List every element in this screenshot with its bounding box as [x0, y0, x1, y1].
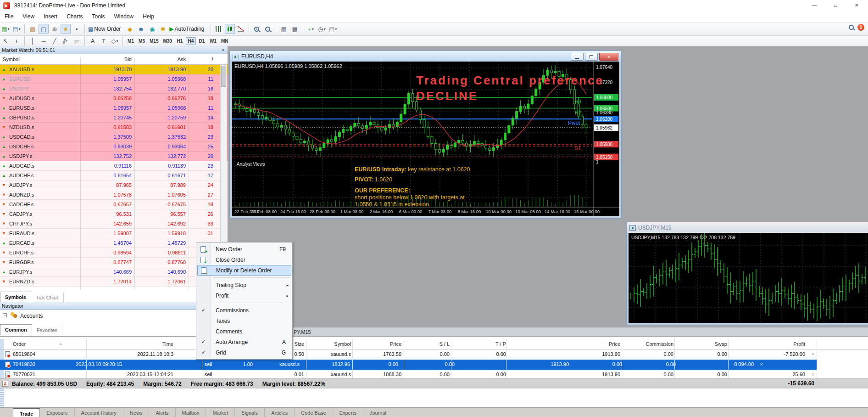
close-order-icon[interactable]: × — [812, 372, 814, 377]
vertical-line-icon[interactable]: │ — [28, 36, 38, 46]
bottom-tab-code-base[interactable]: Code Base — [295, 408, 333, 417]
col-s/l[interactable]: S / L — [439, 341, 450, 347]
market-watch-row-CHFJPY.s[interactable]: ▼CHFJPY.s142.659142.69233 — [0, 219, 228, 229]
notification-badge[interactable]: 1 — [857, 24, 864, 31]
zoom-out-button[interactable]: − — [263, 24, 273, 34]
equidistant-channel-icon[interactable]: ∥E — [61, 36, 71, 46]
menu-charts[interactable]: Charts — [62, 12, 87, 21]
market-watch-row-USDCAD.s[interactable]: ▲USDCAD.s1.375091.3753223 — [0, 132, 228, 142]
col-time[interactable]: Time — [162, 341, 173, 347]
indicators-icon[interactable]: +▾ — [306, 24, 316, 34]
market-watch-row-USDJPY.s[interactable]: ▲USDJPY.s132.752132.77220 — [0, 152, 228, 161]
usdjpy-chart-area[interactable]: USDJPY,M15 132.783 132.799 132.708 132.7… — [629, 233, 868, 323]
timeframe-M15[interactable]: M15 — [148, 37, 160, 45]
autotrading-button[interactable]: ▶AutoTrading — [169, 24, 207, 34]
usdjpy-chart-canvas[interactable] — [629, 233, 868, 323]
market-watch-row-AUDCHF.s[interactable]: ▲AUDCHF.s0.616540.6167117 — [0, 171, 228, 180]
eurusd-window-titlebar[interactable]: EURUSD,H4 — [230, 51, 621, 62]
tab-common[interactable]: Common — [0, 324, 32, 335]
close-order-icon[interactable]: × — [760, 361, 763, 367]
timeframe-MN[interactable]: MN — [219, 37, 230, 45]
bottom-tab-news[interactable]: News — [123, 408, 150, 417]
menu-view[interactable]: View — [18, 12, 39, 21]
col-swap[interactable]: Swap — [714, 341, 727, 347]
child-minimize-button[interactable] — [571, 53, 584, 61]
minimize-button[interactable]: — — [804, 0, 825, 10]
bottom-tab-articles[interactable]: Articles — [265, 408, 295, 417]
navigator-item-accounts[interactable]: Accounts — [20, 313, 43, 319]
scrollbar-thumb[interactable] — [221, 66, 226, 87]
bottom-tab-exposure[interactable]: Exposure — [40, 408, 74, 417]
menu-insert[interactable]: Insert — [39, 12, 62, 21]
menu-file[interactable]: File — [0, 12, 18, 21]
menu-window[interactable]: Window — [110, 12, 139, 21]
candlestick-chart-icon[interactable] — [225, 24, 235, 34]
tab-favorites[interactable]: Favorites — [32, 325, 62, 335]
text-label-icon[interactable]: T — [99, 36, 109, 46]
search-icon[interactable] — [849, 25, 854, 30]
timeframe-M5[interactable]: M5 — [137, 37, 147, 45]
col-size[interactable]: Size — [295, 341, 304, 347]
options-icon[interactable]: ✱ — [158, 24, 168, 34]
menu-item-commissions[interactable]: ✓Commissions — [197, 305, 291, 316]
bottom-tab-journal[interactable]: Journal — [363, 408, 393, 417]
order-row-65019804[interactable]: 650198042022.11.18 10:30.50xauusd.s1763.… — [0, 349, 868, 360]
market-watch-row-EURCAD.s[interactable]: ▲EURCAD.s1.457041.45729 — [0, 238, 228, 248]
menu-help[interactable]: Help — [138, 12, 159, 21]
col-symbol[interactable]: Symbol — [3, 56, 20, 62]
menu-item-profit[interactable]: Profit▸ — [197, 290, 291, 301]
templates-icon[interactable]: ▤▾ — [328, 24, 338, 34]
market-watch-row-CADJPY.s[interactable]: ▼CADJPY.s96.53196.55726 — [0, 209, 228, 219]
zoom-in-button[interactable]: + — [252, 24, 262, 34]
col-commission[interactable]: Commission — [645, 341, 673, 347]
bottom-tab-market[interactable]: Market — [206, 408, 235, 417]
bottom-tab-experts[interactable]: Experts — [333, 408, 363, 417]
menu-item-taxes[interactable]: Taxes — [197, 316, 291, 326]
text-icon[interactable]: A — [88, 36, 98, 46]
profiles-icon[interactable]: ▤▾ — [11, 24, 22, 34]
col-price[interactable]: Price — [390, 341, 401, 347]
timeframe-W1[interactable]: W1 — [208, 37, 218, 45]
col-ask[interactable]: Ask — [178, 56, 186, 62]
col-t/p[interactable]: T / P — [495, 341, 506, 347]
market-watch-row-EURNZD.s[interactable]: ▼EURNZD.s1.720141.72061 — [0, 277, 228, 287]
timeframe-H4[interactable]: H4 — [186, 37, 196, 45]
market-watch-row-AUDCAD.s[interactable]: ▲AUDCAD.s0.911160.9113923 — [0, 161, 228, 171]
line-chart-icon[interactable] — [236, 24, 246, 34]
new-chart-icon[interactable]: ▦▾ — [0, 24, 11, 34]
child-restore-button[interactable] — [585, 53, 598, 61]
bottom-tab-trade[interactable]: Trade — [13, 408, 40, 417]
market-watch-row-EURUSD.s[interactable]: ▲EURUSD.s1.059571.0596811 — [0, 103, 228, 113]
market-watch-row-EURCHF.s[interactable]: ▼EURCHF.s0.985940.98611 — [0, 248, 228, 258]
market-watch-row-EURGBP.s[interactable]: ▼EURGBP.s0.877470.87760 — [0, 258, 228, 267]
menu-item-auto-arrange[interactable]: ✓Auto ArrangeA — [197, 337, 291, 347]
timeframe-D1[interactable]: D1 — [197, 37, 207, 45]
close-button[interactable]: × — [846, 0, 867, 10]
bottom-tab-alerts[interactable]: Alerts — [149, 408, 175, 417]
col-bid[interactable]: Bid — [124, 56, 132, 62]
navigator-icon[interactable]: ⊕ — [50, 24, 60, 34]
shapes-icon[interactable]: ◇▾ — [110, 36, 120, 46]
market-watch-row-EURAUD.s[interactable]: ▼EURAUD.s1.598871.5991831 — [0, 229, 228, 238]
bottom-tab-account-history[interactable]: Account History — [75, 408, 123, 417]
child-close-button[interactable]: × — [599, 53, 618, 61]
timeframe-M1[interactable]: M1 — [126, 37, 136, 45]
cascade-windows-icon[interactable]: ▩ — [290, 24, 300, 34]
new-order-button[interactable]: ▤New Order — [88, 24, 124, 34]
market-watch-row-XAUUSD.s[interactable]: ▲XAUUSD.s1913.701913.9020 — [0, 65, 228, 74]
tree-expander-icon[interactable]: − — [3, 313, 7, 317]
market-watch-row-EURUSD[interactable]: ▲EURUSD1.059571.0596811 — [0, 74, 228, 84]
signals-icon[interactable]: ◉ — [147, 24, 157, 34]
menu-tools[interactable]: Tools — [88, 12, 110, 21]
usdjpy-window-titlebar[interactable]: USDJPY,M15 — [627, 222, 868, 233]
menu-item-close-order[interactable]: Close Order — [197, 254, 291, 265]
expert-advisors-icon[interactable]: ◆ — [125, 24, 135, 34]
market-watch-row-EURJPY.s[interactable]: ▲EURJPY.s140.669140.690 — [0, 267, 228, 277]
market-watch-close-icon[interactable]: × — [220, 47, 226, 53]
menu-item-comments[interactable]: Comments — [197, 326, 291, 337]
menu-item-trailing-stop[interactable]: Trailing Stop▸ — [197, 280, 291, 290]
order-row-70419830[interactable]: 704198302023.03.10 09:28:15sell1.00xauus… — [0, 360, 817, 370]
market-watch-row-NZDUSD.s[interactable]: ▼NZDUSD.s0.615830.6160118 — [0, 123, 228, 132]
col-price[interactable]: Price — [609, 341, 620, 347]
horizontal-line-icon[interactable]: ─ — [39, 36, 49, 46]
